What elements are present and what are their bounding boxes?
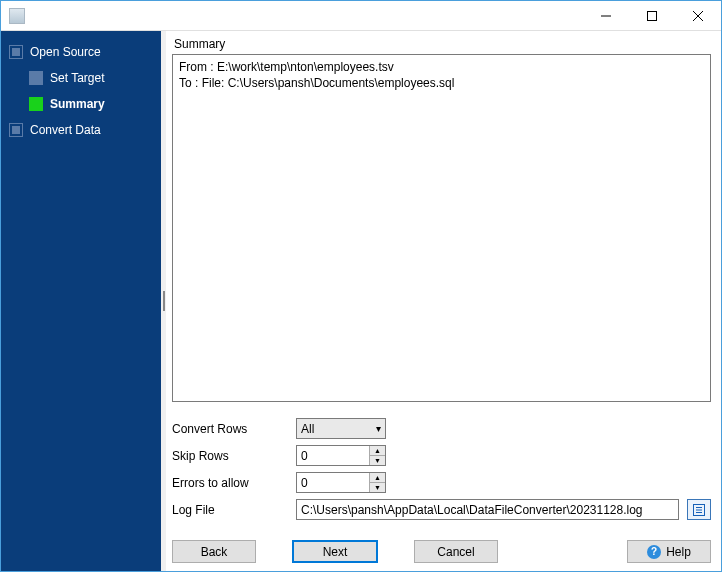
next-button[interactable]: Next (292, 540, 378, 563)
sidebar-item-summary[interactable]: Summary (5, 91, 157, 117)
errors-allow-up[interactable]: ▲ (369, 473, 385, 482)
svg-rect-1 (648, 11, 657, 20)
errors-allow-down[interactable]: ▼ (369, 482, 385, 492)
skip-rows-down[interactable]: ▼ (369, 455, 385, 465)
options-form: Convert Rows All ▾ Skip Rows ▲ ▼ (172, 418, 711, 526)
splitter-grip-icon (163, 291, 165, 311)
row-errors-allow: Errors to allow ▲ ▼ (172, 472, 711, 493)
row-convert-rows: Convert Rows All ▾ (172, 418, 711, 439)
sidebar-item-label: Convert Data (30, 123, 101, 137)
sidebar-item-label: Set Target (50, 71, 104, 85)
step-icon (9, 123, 23, 137)
sidebar-item-label: Summary (50, 97, 105, 111)
summary-section-label: Summary (172, 37, 711, 51)
browse-icon (692, 503, 706, 517)
help-icon: ? (647, 545, 661, 559)
wizard-buttons: Back Next Cancel ? Help (172, 540, 711, 563)
back-button[interactable]: Back (172, 540, 256, 563)
help-button-label: Help (666, 545, 691, 559)
convert-rows-select[interactable]: All ▾ (296, 418, 386, 439)
step-icon (29, 71, 43, 85)
errors-allow-spinner: ▲ ▼ (296, 472, 386, 493)
wizard-sidebar: Open Source Set Target Summary Convert D… (1, 31, 161, 571)
convert-rows-value: All (301, 422, 314, 436)
skip-rows-spinner: ▲ ▼ (296, 445, 386, 466)
step-icon (29, 97, 43, 111)
summary-textbox[interactable]: From : E:\work\temp\nton\employees.tsv T… (172, 54, 711, 402)
titlebar (1, 1, 721, 31)
skip-rows-up[interactable]: ▲ (369, 446, 385, 455)
log-file-input[interactable] (296, 499, 679, 520)
minimize-button[interactable] (583, 1, 629, 30)
convert-rows-label: Convert Rows (172, 422, 296, 436)
log-file-label: Log File (172, 503, 296, 517)
close-button[interactable] (675, 1, 721, 30)
help-button[interactable]: ? Help (627, 540, 711, 563)
sidebar-item-set-target[interactable]: Set Target (5, 65, 157, 91)
main-panel: Summary From : E:\work\temp\nton\employe… (166, 31, 721, 571)
errors-allow-label: Errors to allow (172, 476, 296, 490)
errors-allow-input[interactable] (297, 473, 369, 492)
sidebar-item-convert-data[interactable]: Convert Data (5, 117, 157, 143)
skip-rows-label: Skip Rows (172, 449, 296, 463)
step-icon (9, 45, 23, 59)
sidebar-item-open-source[interactable]: Open Source (5, 39, 157, 65)
chevron-down-icon: ▾ (376, 423, 381, 434)
skip-rows-input[interactable] (297, 446, 369, 465)
maximize-button[interactable] (629, 1, 675, 30)
summary-line: To : File: C:\Users\pansh\Documents\empl… (179, 76, 454, 90)
sidebar-item-label: Open Source (30, 45, 101, 59)
cancel-button[interactable]: Cancel (414, 540, 498, 563)
app-icon (9, 8, 25, 24)
client-area: Open Source Set Target Summary Convert D… (1, 31, 721, 571)
log-file-browse-button[interactable] (687, 499, 711, 520)
row-skip-rows: Skip Rows ▲ ▼ (172, 445, 711, 466)
window-controls (583, 1, 721, 30)
app-window: Open Source Set Target Summary Convert D… (0, 0, 722, 572)
row-log-file: Log File (172, 499, 711, 520)
summary-line: From : E:\work\temp\nton\employees.tsv (179, 60, 394, 74)
